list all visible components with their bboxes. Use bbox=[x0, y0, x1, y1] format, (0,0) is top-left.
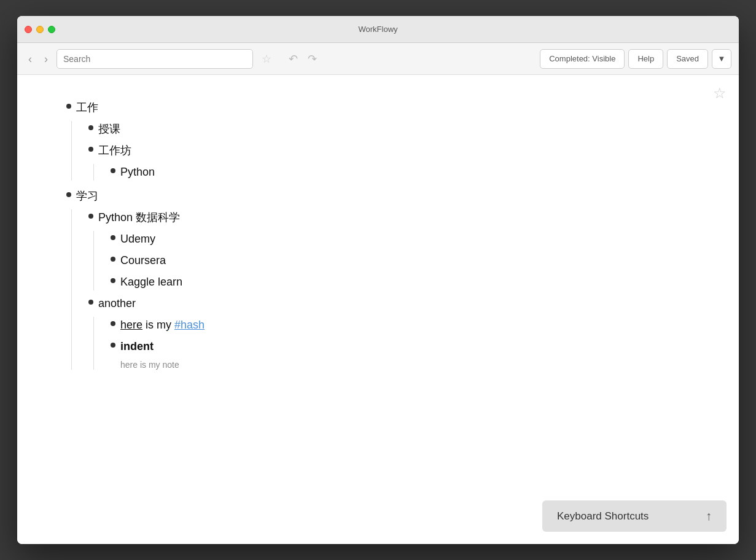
saved-button[interactable]: Saved bbox=[667, 49, 708, 69]
search-input[interactable] bbox=[57, 49, 253, 69]
keyboard-shortcuts-arrow-icon: ↑ bbox=[706, 509, 712, 523]
toolbar-right: Completed: Visible Help Saved ▼ bbox=[540, 49, 731, 69]
plain-text: is my bbox=[146, 319, 174, 331]
bullet-icon bbox=[88, 147, 93, 152]
window-title: WorkFlowy bbox=[358, 25, 397, 34]
item-label[interactable]: Udemy bbox=[120, 231, 155, 247]
history-buttons: ↶ ↷ bbox=[285, 50, 321, 68]
bullet-icon bbox=[111, 343, 115, 348]
item-label[interactable]: indent bbox=[120, 338, 154, 355]
item-label: here is my #hash bbox=[120, 317, 205, 333]
keyboard-shortcuts-bar[interactable]: Keyboard Shortcuts ↑ bbox=[542, 500, 727, 532]
item-label[interactable]: 授课 bbox=[98, 121, 120, 138]
redo-button[interactable]: ↷ bbox=[304, 50, 321, 68]
list-item: Udemy bbox=[111, 231, 739, 247]
here-link[interactable]: here bbox=[120, 319, 142, 331]
list-item: Kaggle learn bbox=[111, 274, 739, 290]
list-item: 授课 bbox=[88, 121, 739, 138]
bullet-icon bbox=[88, 125, 93, 130]
bullet-icon bbox=[111, 321, 115, 326]
list-item: 工作坊 Python bbox=[88, 142, 739, 181]
list-item: Coursera bbox=[111, 252, 739, 269]
hash-link[interactable]: #hash bbox=[174, 319, 205, 331]
bullet-icon bbox=[111, 257, 115, 262]
bullet-icon bbox=[66, 104, 71, 109]
bullet-icon bbox=[66, 192, 71, 197]
item-label[interactable]: 工作坊 bbox=[98, 142, 131, 159]
minimize-button[interactable] bbox=[36, 26, 44, 33]
title-bar: WorkFlowy bbox=[17, 16, 739, 43]
outline: 工作 授课 bbox=[17, 93, 739, 370]
maximize-button[interactable] bbox=[48, 26, 55, 33]
traffic-lights bbox=[25, 26, 55, 33]
item-label[interactable]: 学习 bbox=[76, 188, 98, 204]
help-button[interactable]: Help bbox=[628, 49, 663, 69]
star-button[interactable]: ☆ bbox=[258, 50, 275, 68]
list-item: here is my #hash bbox=[111, 317, 739, 333]
item-label[interactable]: Python 数据科学 bbox=[98, 209, 180, 226]
bullet-icon bbox=[111, 235, 115, 240]
bullet-icon bbox=[111, 168, 115, 173]
bullet-icon bbox=[88, 214, 93, 219]
completed-button[interactable]: Completed: Visible bbox=[540, 49, 625, 69]
app-window: WorkFlowy ‹ › ☆ ↶ ↷ Completed: Visible H… bbox=[17, 16, 739, 544]
dropdown-button[interactable]: ▼ bbox=[712, 49, 731, 69]
list-item: indent here is my note bbox=[111, 338, 739, 370]
back-button[interactable]: ‹ bbox=[25, 51, 36, 67]
forward-button[interactable]: › bbox=[41, 51, 52, 67]
item-label[interactable]: Python bbox=[120, 164, 155, 181]
bullet-icon bbox=[88, 300, 93, 305]
list-item: 学习 Python 数据科学 bbox=[66, 188, 739, 370]
close-button[interactable] bbox=[25, 26, 32, 33]
main-content: ☆ 工作 授课 bbox=[17, 75, 739, 544]
list-item: Python 数据科学 Udemy bbox=[88, 209, 739, 290]
item-label[interactable]: Coursera bbox=[120, 252, 166, 269]
item-label[interactable]: 工作 bbox=[76, 99, 98, 116]
toolbar: ‹ › ☆ ↶ ↷ Completed: Visible Help Saved … bbox=[17, 43, 739, 75]
item-label[interactable]: Kaggle learn bbox=[120, 274, 182, 290]
list-item: 工作 授课 bbox=[66, 99, 739, 181]
bullet-icon bbox=[111, 278, 115, 283]
list-item: Python bbox=[111, 164, 739, 181]
item-label[interactable]: another bbox=[98, 295, 136, 312]
keyboard-shortcuts-label: Keyboard Shortcuts bbox=[557, 510, 693, 523]
undo-button[interactable]: ↶ bbox=[285, 50, 302, 68]
item-note: here is my note bbox=[120, 360, 739, 370]
list-item: another bbox=[88, 295, 739, 370]
